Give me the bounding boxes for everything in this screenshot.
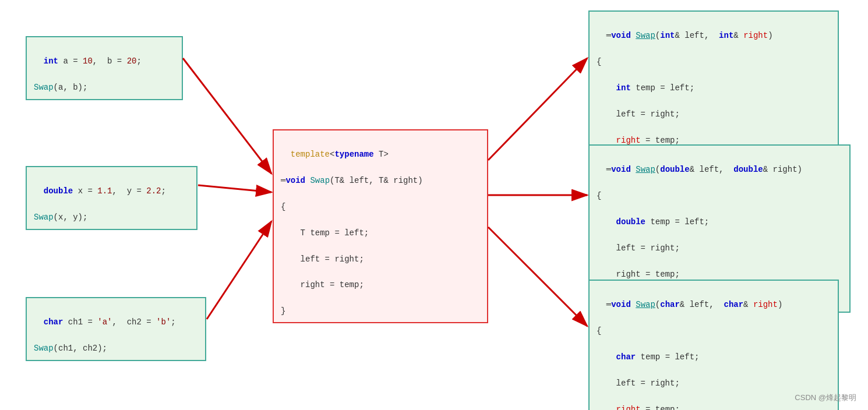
watermark: CSDN @烽起黎明 [795,393,856,403]
svg-line-1 [183,58,271,174]
center-box: template<typename T> ═void Swap(T& left,… [273,129,488,323]
left-mid-box: double x = 1.1, y = 2.2; Swap(x, y); [26,166,197,230]
left-bot-box: char ch1 = 'a', ch2 = 'b'; Swap(ch1, ch2… [26,297,206,361]
svg-line-2 [198,185,271,192]
svg-line-6 [488,227,587,326]
left-top-box: int a = 10, b = 20; Swap(a, b); [26,36,183,100]
svg-line-3 [207,221,271,319]
svg-line-4 [488,58,587,160]
right-bot-box: ═void Swap(char& left, char& right) { ch… [588,280,839,410]
